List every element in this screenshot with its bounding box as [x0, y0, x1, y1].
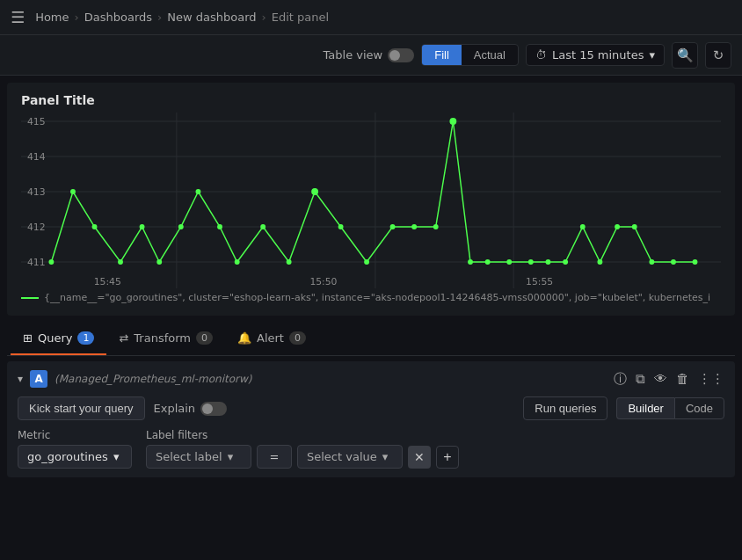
fill-button[interactable]: Fill [422, 45, 462, 65]
svg-text:15:45: 15:45 [94, 276, 121, 287]
remove-filter-button[interactable]: ✕ [408, 446, 431, 469]
operator-value: = [270, 450, 280, 463]
svg-point-45 [649, 259, 654, 265]
svg-point-30 [364, 259, 369, 265]
transform-badge: 0 [196, 331, 213, 345]
label-filters-group: Label filters Select label ▾ = Select va… [146, 429, 459, 469]
chart-legend: {__name__="go_goroutines", cluster="esho… [21, 292, 721, 303]
breadcrumb-dashboards[interactable]: Dashboards [84, 11, 152, 24]
metric-value: go_goroutines [27, 450, 108, 463]
kick-start-button[interactable]: Kick start your query [18, 396, 145, 420]
copy-icon[interactable]: ⧉ [636, 371, 645, 387]
svg-text:411: 411 [27, 257, 46, 268]
zoom-out-icon: 🔍 [677, 47, 694, 63]
help-icon[interactable]: ⓘ [614, 371, 627, 388]
breadcrumb: Home › Dashboards › New dashboard › Edit… [35, 11, 329, 24]
svg-point-36 [485, 259, 491, 265]
time-range-picker[interactable]: ⏱ Last 15 minutes ▾ [526, 44, 665, 66]
alert-badge: 0 [289, 331, 306, 345]
svg-point-20 [140, 224, 145, 229]
query-badge: 1 [77, 331, 94, 345]
svg-text:15:55: 15:55 [526, 276, 553, 287]
table-view-switch[interactable] [388, 48, 414, 62]
metric-field-label: Metric [18, 429, 132, 441]
svg-point-29 [338, 224, 344, 229]
svg-text:414: 414 [27, 151, 46, 163]
svg-point-40 [563, 259, 568, 265]
explain-label: Explain [154, 402, 196, 415]
label-filters-row: Select label ▾ = Select value ▾ ✕ + [146, 445, 459, 469]
explain-toggle: Explain [154, 402, 228, 416]
select-label-text: Select label [156, 450, 222, 463]
operator-select[interactable]: = [257, 445, 292, 469]
svg-point-38 [528, 259, 534, 265]
builder-code-group: Builder Code [616, 397, 724, 419]
time-range-label: Last 15 minutes [552, 48, 644, 62]
breadcrumb-sep-3: › [262, 11, 266, 24]
refresh-button[interactable]: ↻ [705, 42, 731, 69]
svg-point-21 [156, 259, 162, 265]
add-filter-button[interactable]: + [436, 446, 459, 469]
label-select[interactable]: Select label ▾ [146, 445, 251, 469]
drag-icon[interactable]: ⋮⋮ [698, 371, 724, 387]
value-select[interactable]: Select value ▾ [297, 445, 403, 469]
clock-icon: ⏱ [535, 48, 547, 62]
query-section: ▾ A (Managed_Prometheus_ml-monitorw) ⓘ ⧉… [7, 361, 735, 477]
actual-button[interactable]: Actual [462, 45, 518, 65]
breadcrumb-sep-2: › [157, 11, 162, 24]
svg-text:15:50: 15:50 [309, 276, 337, 287]
svg-point-27 [287, 259, 292, 265]
builder-button[interactable]: Builder [616, 397, 673, 419]
svg-point-19 [118, 259, 123, 265]
zoom-out-button[interactable]: 🔍 [672, 42, 698, 69]
query-letter: A [30, 370, 47, 388]
query-collapse-button[interactable]: ▾ [18, 373, 23, 385]
svg-point-25 [235, 259, 240, 265]
tab-transform-label: Transform [134, 331, 191, 345]
kick-start-row: Kick start your query Explain Run querie… [18, 396, 724, 420]
chart-container: 415 414 413 412 411 15:45 15:50 15:55 [21, 113, 721, 288]
svg-point-17 [70, 189, 76, 194]
run-queries-button[interactable]: Run queries [523, 396, 607, 420]
toolbar: Table view Fill Actual ⏱ Last 15 minutes… [0, 35, 742, 76]
panel-title: Panel Title [21, 93, 721, 107]
tab-alert[interactable]: 🔔 Alert 0 [225, 323, 318, 355]
metric-select[interactable]: go_goroutines ▾ [18, 445, 132, 469]
tab-transform[interactable]: ⇄ Transform 0 [106, 323, 225, 355]
bell-icon: 🔔 [237, 331, 251, 345]
chart-panel: Panel Title 415 414 413 412 411 15:45 15… [7, 83, 735, 316]
breadcrumb-home[interactable]: Home [35, 11, 69, 24]
trash-icon[interactable]: 🗑 [676, 371, 689, 387]
svg-point-34 [449, 118, 456, 125]
svg-point-33 [433, 224, 439, 229]
svg-point-32 [411, 224, 417, 229]
svg-point-39 [546, 259, 551, 265]
hamburger-menu[interactable]: ☰ [11, 8, 25, 26]
eye-icon[interactable]: 👁 [654, 371, 667, 387]
tab-alert-label: Alert [257, 331, 284, 345]
metric-label-row: Metric go_goroutines ▾ Label filters Sel… [18, 429, 724, 469]
legend-text: {__name__="go_goroutines", cluster="esho… [44, 292, 710, 303]
svg-point-31 [390, 224, 396, 229]
breadcrumb-new-dashboard[interactable]: New dashboard [167, 11, 256, 24]
svg-point-41 [580, 224, 586, 229]
svg-text:413: 413 [27, 186, 46, 198]
svg-point-24 [217, 224, 222, 229]
code-button[interactable]: Code [674, 397, 724, 419]
svg-point-37 [506, 259, 512, 265]
legend-line-icon [21, 297, 39, 299]
value-chevron-icon: ▾ [382, 450, 389, 463]
metric-chevron-icon: ▾ [113, 450, 120, 463]
svg-point-46 [671, 259, 676, 265]
svg-text:412: 412 [27, 222, 46, 233]
tab-query[interactable]: ⊞ Query 1 [11, 323, 106, 355]
query-body: Kick start your query Explain Run querie… [18, 396, 724, 469]
svg-point-42 [597, 259, 602, 265]
explain-switch[interactable] [200, 402, 227, 416]
svg-point-16 [48, 259, 54, 265]
metric-group: Metric go_goroutines ▾ [18, 429, 132, 469]
select-value-text: Select value [307, 450, 377, 463]
breadcrumb-edit-panel: Edit panel [272, 11, 329, 24]
label-filters-label: Label filters [146, 429, 459, 441]
table-view-toggle[interactable]: Table view [324, 48, 415, 62]
